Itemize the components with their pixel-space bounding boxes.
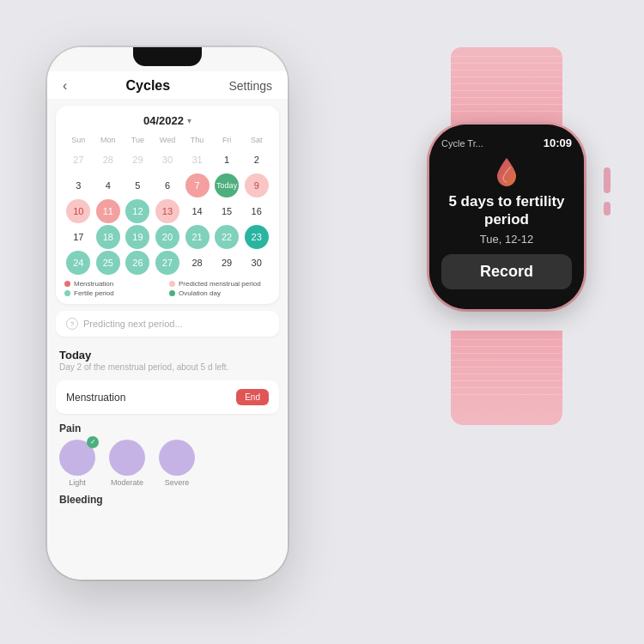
watch-side-button [604, 202, 611, 216]
calendar-cell[interactable]: 24 [66, 251, 90, 275]
legend-dot [64, 281, 70, 287]
calendar-day-header: Sun [64, 134, 93, 146]
legend-dot [64, 290, 70, 296]
settings-button[interactable]: Settings [228, 79, 272, 93]
legend-dot [169, 281, 175, 287]
phone-title: Cycles [126, 78, 171, 94]
calendar-cell[interactable]: Today [215, 173, 239, 197]
prediction-text: Predicting next period... [83, 319, 183, 329]
watch-body: Cycle Tr... 10:09 [429, 125, 584, 309]
watch-time: 10:09 [544, 137, 572, 149]
calendar-cell[interactable]: 15 [215, 199, 239, 223]
pain-option-label: Severe [165, 478, 190, 487]
legend-item: Ovulation day [169, 289, 270, 297]
predict-icon: ? [66, 318, 78, 330]
calendar-cell[interactable]: 30 [245, 251, 269, 275]
legend-dot [169, 290, 175, 296]
pain-circle [59, 440, 95, 476]
legend-label: Fertile period [74, 289, 114, 297]
end-button[interactable]: End [236, 389, 269, 405]
pain-option-label: Moderate [111, 478, 143, 487]
watch-top-row: Cycle Tr... 10:09 [441, 137, 572, 149]
watch-crown [604, 167, 611, 193]
calendar-cell[interactable]: 22 [215, 225, 239, 249]
calendar-cell[interactable]: 7 [185, 173, 210, 197]
menstruation-row: Menstruation End [56, 380, 279, 414]
watch-date: Tue, 12-12 [480, 233, 533, 246]
calendar-day-header: Sat [242, 134, 270, 146]
calendar-day-header: Fri [213, 134, 241, 146]
legend-label: Predicted menstrual period [179, 280, 261, 288]
watch-screen: Cycle Tr... 10:09 [429, 125, 584, 309]
watch-band-top [451, 47, 562, 125]
calendar-legend: Menstruation Predicted menstrual period … [64, 280, 270, 297]
legend-item: Menstruation [64, 280, 166, 288]
calendar-cell[interactable]: 27 [66, 148, 90, 172]
legend-label: Ovulation day [179, 289, 221, 297]
calendar-cell[interactable]: 19 [125, 225, 149, 249]
calendar-cell[interactable]: 5 [125, 173, 149, 197]
pain-title: Pain [59, 422, 276, 434]
watch-band-bottom [451, 331, 562, 425]
calendar-cell[interactable]: 29 [215, 251, 239, 275]
bleeding-title: Bleeding [47, 490, 288, 506]
calendar-cell[interactable]: 31 [185, 148, 210, 172]
watch-fertility-text: 5 days to fertilityperiod [448, 192, 564, 229]
menstruation-label: Menstruation [66, 392, 125, 404]
today-section: Today Day 2 of the menstrual period, abo… [47, 342, 288, 375]
back-icon[interactable]: ‹ [63, 78, 67, 94]
calendar-day-header: Tue [124, 134, 152, 146]
calendar-cell[interactable]: 18 [96, 225, 120, 249]
calendar-day-header: Mon [94, 134, 123, 146]
pain-option[interactable]: Moderate [109, 440, 145, 487]
calendar-cell[interactable]: 30 [155, 148, 179, 172]
phone: ‹ Cycles Settings 04/2022 ▾ SunMonTueWed… [47, 47, 288, 580]
calendar-grid: SunMonTueWedThuFriSat27282930311234567To… [64, 134, 270, 275]
phone-screen: ‹ Cycles Settings 04/2022 ▾ SunMonTueWed… [47, 47, 288, 580]
today-subtitle: Day 2 of the menstrual period, about 5 d… [59, 362, 276, 372]
calendar-cell[interactable]: 14 [185, 199, 210, 223]
pain-circle [159, 440, 195, 476]
drop-icon [490, 155, 523, 187]
watch: Cycle Tr... 10:09 [408, 116, 605, 339]
pain-circle [109, 440, 145, 476]
calendar-cell[interactable]: 29 [125, 148, 149, 172]
pain-option-label: Light [69, 478, 86, 487]
calendar-card: 04/2022 ▾ SunMonTueWedThuFriSat272829303… [56, 106, 279, 304]
legend-item: Fertile period [64, 289, 166, 297]
calendar-cell[interactable]: 10 [66, 199, 90, 223]
calendar-cell[interactable]: 20 [155, 225, 179, 249]
calendar-cell[interactable]: 28 [185, 251, 210, 275]
calendar-cell[interactable]: 28 [96, 148, 120, 172]
calendar-month-row: 04/2022 ▾ [64, 114, 270, 127]
calendar-cell[interactable]: 25 [96, 251, 120, 275]
legend-item: Predicted menstrual period [169, 280, 270, 288]
calendar-day-header: Wed [154, 134, 182, 146]
pain-section: Pain Light Moderate Severe [47, 419, 288, 490]
phone-notch [133, 47, 202, 66]
pain-option[interactable]: Light [59, 440, 95, 487]
calendar-cell[interactable]: 11 [96, 199, 120, 223]
calendar-cell[interactable]: 9 [245, 173, 269, 197]
calendar-cell[interactable]: 12 [125, 199, 149, 223]
calendar-cell[interactable]: 4 [96, 173, 120, 197]
today-title: Today [59, 349, 276, 361]
prediction-bar: ? Predicting next period... [56, 311, 279, 337]
calendar-cell[interactable]: 16 [245, 199, 269, 223]
calendar-dropdown-icon[interactable]: ▾ [187, 116, 191, 125]
calendar-cell[interactable]: 13 [155, 199, 179, 223]
calendar-cell[interactable]: 17 [66, 225, 90, 249]
calendar-cell[interactable]: 23 [245, 225, 269, 249]
calendar-cell[interactable]: 2 [245, 148, 269, 172]
record-button[interactable]: Record [441, 254, 572, 289]
scene: ‹ Cycles Settings 04/2022 ▾ SunMonTueWed… [30, 30, 614, 614]
calendar-cell[interactable]: 3 [66, 173, 90, 197]
calendar-cell[interactable]: 6 [155, 173, 179, 197]
calendar-cell[interactable]: 21 [185, 225, 210, 249]
pain-options: Light Moderate Severe [59, 440, 276, 487]
calendar-cell[interactable]: 1 [215, 148, 239, 172]
pain-option[interactable]: Severe [159, 440, 195, 487]
calendar-cell[interactable]: 26 [125, 251, 149, 275]
calendar-cell[interactable]: 27 [155, 251, 179, 275]
calendar-month: 04/2022 [143, 114, 184, 127]
